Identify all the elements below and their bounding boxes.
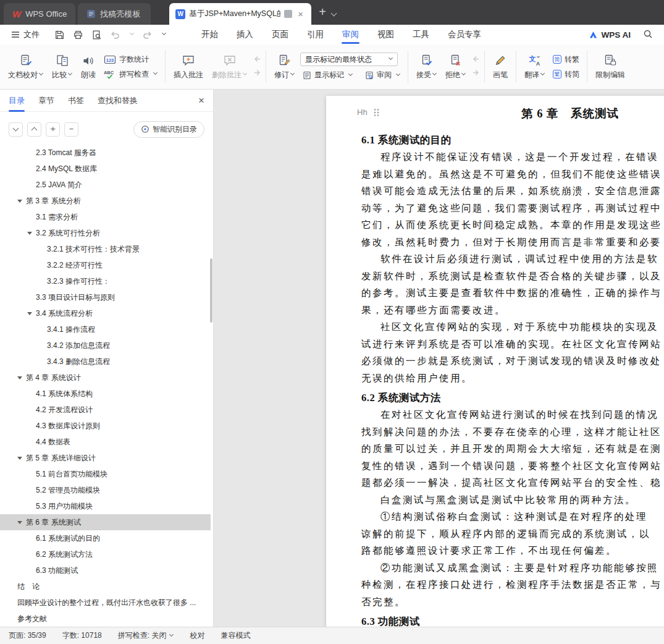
- file-menu-button[interactable]: 文件: [5, 29, 46, 40]
- toc-item[interactable]: 3.4.2 添加信息流程: [0, 337, 211, 354]
- toc-item[interactable]: 6.1 系统测试的目的: [0, 530, 211, 546]
- collapse-triangle-icon[interactable]: [17, 200, 22, 203]
- restrict-edit-button[interactable]: 限制编辑: [591, 51, 629, 83]
- next-revision-button[interactable]: [471, 69, 481, 78]
- save-button[interactable]: [54, 30, 65, 40]
- brush-button[interactable]: 画笔: [489, 51, 512, 83]
- toc-item[interactable]: 3.4.3 删除信息流程: [0, 354, 211, 370]
- toc-item[interactable]: 6.2 系统测试方法: [0, 546, 211, 562]
- spell-check-button[interactable]: ABC 拼写检查: [101, 69, 160, 80]
- toc-item[interactable]: 6.3 功能测试: [0, 562, 211, 578]
- tab-document-active[interactable]: W 基于JSP+Maven+MySQL的社 ×: [169, 3, 311, 25]
- document-page[interactable]: Hh 第 6 章 系统测试 6.1 系统测试的目的程序设计不能保证没有错误，这是…: [326, 96, 664, 627]
- tab-list-chevron-icon[interactable]: [330, 7, 337, 18]
- review-pane-button[interactable]: 审阅: [363, 69, 403, 81]
- increase-level-button[interactable]: ＋: [46, 122, 60, 137]
- toc-item[interactable]: 第 5 章 系统详细设计: [0, 450, 211, 466]
- print-button[interactable]: [73, 30, 83, 40]
- toc-item[interactable]: 第 4 章 系统设计: [0, 370, 211, 386]
- toc-item[interactable]: 第 6 章 系统测试: [0, 514, 211, 530]
- close-tab-icon[interactable]: ×: [296, 8, 305, 20]
- doc-proofread-button[interactable]: 文档校对: [4, 51, 48, 83]
- toc-item[interactable]: 3.2.2 经济可行性: [0, 257, 211, 273]
- toc-item[interactable]: 5.1 前台首页功能模块: [0, 466, 211, 482]
- menu-tab-审阅[interactable]: 审阅: [333, 25, 368, 44]
- search-button[interactable]: [643, 29, 653, 41]
- toc-item[interactable]: 5.2 管理员功能模块: [0, 482, 211, 498]
- quick-toolbar-chevron-icon[interactable]: [161, 34, 166, 35]
- previous-revision-button[interactable]: [471, 55, 481, 65]
- menu-tab-工具[interactable]: 工具: [403, 25, 439, 44]
- toc-item[interactable]: 4.3 数据库设计原则: [0, 418, 211, 434]
- toc-item[interactable]: 结 论: [0, 578, 211, 595]
- new-tab-button[interactable]: +: [311, 5, 330, 20]
- menu-tab-插入[interactable]: 插入: [227, 25, 263, 44]
- compare-button[interactable]: 比较: [48, 51, 77, 83]
- tab-template-store[interactable]: 找稿壳模板: [78, 3, 151, 25]
- track-changes-button[interactable]: 修订: [270, 51, 299, 83]
- compat-mode-indicator[interactable]: 兼容模式: [221, 630, 250, 641]
- toc-item[interactable]: 3.4.1 操作流程: [0, 321, 211, 337]
- toc-item[interactable]: 3.3 项目设计目标与原则: [0, 289, 211, 305]
- previous-comment-button[interactable]: [253, 55, 262, 65]
- toc-item[interactable]: 5.3 用户功能模块: [0, 498, 211, 514]
- proofread-indicator[interactable]: 校对: [190, 630, 204, 641]
- undo-options-chevron-icon[interactable]: [128, 34, 134, 35]
- toc-item[interactable]: 2.3 Tomcat 服务器: [0, 148, 211, 161]
- translate-button[interactable]: 文A 翻译: [520, 51, 549, 83]
- collapse-triangle-icon[interactable]: [17, 521, 22, 524]
- collapse-triangle-icon[interactable]: [17, 457, 22, 460]
- wps-ai-button[interactable]: WPS AI: [589, 30, 631, 40]
- sidebar-tab-章节[interactable]: 章节: [38, 90, 54, 112]
- toc-item[interactable]: 3.1 需求分析: [0, 209, 211, 225]
- toc-item[interactable]: 2.4 MySQL 数据库: [0, 161, 211, 177]
- smart-recognize-toc-button[interactable]: 智能识别目录: [133, 121, 204, 138]
- menu-tab-视图[interactable]: 视图: [368, 25, 403, 44]
- toc-item[interactable]: 4.2 开发流程设计: [0, 402, 211, 418]
- menu-tab-开始[interactable]: 开始: [192, 25, 227, 44]
- toc-item-label: 4.4 数据表: [36, 437, 70, 447]
- toc-item[interactable]: 3.2.1 技术可行性：技术背景: [0, 241, 211, 257]
- word-count-indicator[interactable]: 字数: 10718: [62, 630, 102, 641]
- show-markup-button[interactable]: 显示标记: [300, 69, 355, 81]
- redo-button[interactable]: [142, 30, 153, 40]
- word-count-button[interactable]: 123 字数统计: [101, 54, 160, 66]
- sidebar-tab-查找和替换[interactable]: 查找和替换: [98, 90, 138, 112]
- print-preview-button[interactable]: [91, 30, 102, 40]
- toc-item[interactable]: 2.5 JAVA 简介: [0, 177, 211, 193]
- accept-revision-button[interactable]: 接受: [412, 51, 441, 83]
- collapse-triangle-icon[interactable]: [27, 232, 32, 235]
- sidebar-scrollbar-thumb[interactable]: [210, 258, 212, 323]
- insert-comment-button[interactable]: 插入批注: [169, 51, 208, 83]
- collapse-triangle-icon[interactable]: [17, 376, 22, 379]
- markup-state-select[interactable]: 显示标记的最终状态: [300, 53, 398, 66]
- delete-comment-button[interactable]: 删除批注: [208, 51, 251, 83]
- read-aloud-button[interactable]: 朗读: [77, 51, 100, 83]
- toc-item[interactable]: 3.4 系统流程分析: [0, 305, 211, 321]
- toc-item[interactable]: 参考文献: [0, 611, 211, 627]
- toc-item[interactable]: 第 3 章 系统分析: [0, 193, 211, 209]
- toc-item[interactable]: 回顾毕业设计的整个过程，既付出汗水也收获了很多 ...: [0, 595, 211, 611]
- page-indicator[interactable]: 页面: 35/39: [9, 630, 46, 641]
- toc-item[interactable]: 4.1 系统体系结构: [0, 386, 211, 402]
- expand-all-button[interactable]: [27, 122, 41, 137]
- undo-button[interactable]: [110, 30, 120, 40]
- toc-item[interactable]: 4.4 数据表: [0, 434, 211, 450]
- reject-revision-button[interactable]: 拒绝: [441, 51, 470, 83]
- toc-item[interactable]: 3.2 系统可行性分析: [0, 225, 211, 241]
- toc-item[interactable]: 3.2.3 操作可行性：: [0, 273, 211, 289]
- collapse-triangle-icon[interactable]: [27, 312, 32, 315]
- menu-tab-页面[interactable]: 页面: [263, 25, 298, 44]
- menu-tab-引用[interactable]: 引用: [298, 25, 333, 44]
- sidebar-tab-书签[interactable]: 书签: [68, 90, 84, 112]
- simplified-to-traditional-button[interactable]: 简 转繁: [550, 54, 582, 66]
- next-comment-button[interactable]: [253, 69, 262, 78]
- decrease-level-button[interactable]: －: [64, 122, 78, 137]
- spellcheck-indicator[interactable]: 拼写检查: 关闭: [118, 630, 174, 641]
- traditional-to-simplified-button[interactable]: 繁 转简: [550, 69, 582, 80]
- wps-office-menu-tab[interactable]: W WPS Office: [4, 3, 75, 25]
- menu-tab-会员专享[interactable]: 会员专享: [439, 25, 490, 44]
- close-sidebar-icon[interactable]: ×: [198, 95, 204, 106]
- sidebar-tab-目录[interactable]: 目录: [9, 90, 25, 112]
- collapse-all-button[interactable]: [9, 122, 23, 137]
